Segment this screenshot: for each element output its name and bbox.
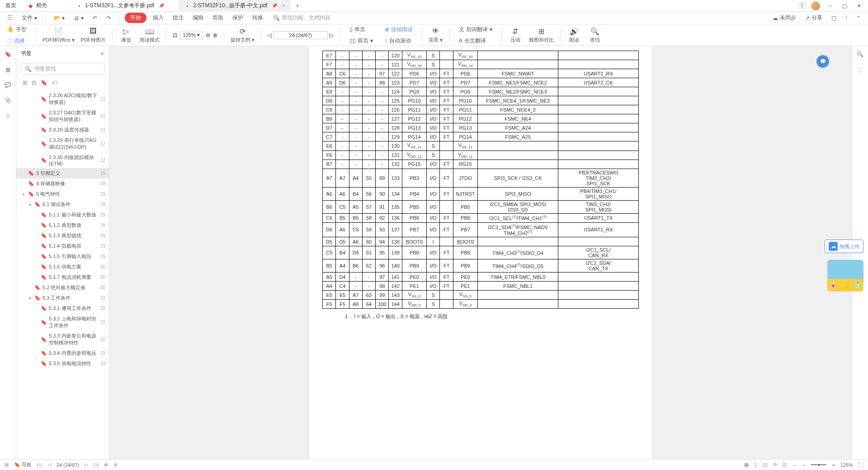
open-icon[interactable]: 📂 ▾ xyxy=(51,14,67,23)
undo-icon[interactable]: ↶ xyxy=(90,14,100,23)
zoom-select[interactable]: 125% ▾ xyxy=(180,31,203,39)
last-page-icon[interactable]: ▷| xyxy=(94,462,99,468)
maximize-button[interactable]: ▢ xyxy=(840,1,849,10)
more-icon[interactable]: ⁝ xyxy=(843,14,850,23)
fullscreen-icon[interactable]: ⛶ xyxy=(859,462,863,468)
view6-icon[interactable]: ↔ xyxy=(792,462,797,468)
shapes-panel-icon[interactable]: ◇ xyxy=(4,111,13,120)
avatar[interactable] xyxy=(811,1,820,10)
outline-item[interactable]: 🔖5.3.2 上电和掉电时的工作条件32 xyxy=(16,314,109,331)
tools-icon[interactable]: 🔍 xyxy=(856,50,865,59)
pin-icon[interactable]: 📌 xyxy=(272,3,277,8)
bookmark-panel-icon[interactable]: 🔖 xyxy=(4,50,13,59)
outline-item[interactable]: 🔖5.1.7 电流消耗测量30 xyxy=(16,272,109,282)
continuous-read[interactable]: ≣ 连续阅读 xyxy=(382,24,415,35)
remove-page-icon[interactable]: ⊖ xyxy=(113,462,118,468)
outline-item[interactable]: 🔖5.1.4 负载电容29 xyxy=(16,241,109,251)
outline-item[interactable]: 🔖2.3.30 内嵌跟踪模块(ETM)12 xyxy=(16,152,109,168)
tab-add-button[interactable]: + xyxy=(291,2,304,10)
zoom-out-icon[interactable]: ⊖ xyxy=(206,32,210,38)
full-translate[interactable]: A 全文翻译 xyxy=(456,36,495,46)
menu-page[interactable]: 页面 xyxy=(210,13,226,23)
bookmark-add-icon[interactable]: 🏷 xyxy=(52,80,57,86)
pin-icon[interactable]: 📌 xyxy=(159,3,164,8)
attachment-panel-icon[interactable]: 📎 xyxy=(4,96,13,105)
outline-item[interactable]: 🔖5.1.3 典型曲线29 xyxy=(16,230,109,241)
outline-item[interactable]: 🔖2.3.26 ADC(模拟/数字转换器)11 xyxy=(16,90,109,108)
outline-item[interactable]: 🔖4 存储器映像28 xyxy=(16,179,109,189)
notification-badge[interactable]: 2 xyxy=(798,3,806,9)
outline-item[interactable]: 🔖5.3.3 内嵌复位和电源控制模块特性32 xyxy=(16,331,109,348)
view1-icon[interactable]: ▦ xyxy=(744,462,749,468)
nav-label[interactable]: 🔖 导航 xyxy=(14,461,32,468)
view2-icon[interactable]: ▯ xyxy=(754,462,757,468)
pdf-to-image[interactable]: 🖼PDF转图片 xyxy=(81,27,106,43)
view3-icon[interactable]: ▯▯ xyxy=(762,462,768,468)
tab-daoke[interactable]: ◆稻壳 xyxy=(22,0,52,12)
thumbnail-panel-icon[interactable]: ▦ xyxy=(4,65,13,74)
promo-widget[interactable]: 🀄🌙👕 xyxy=(827,260,863,291)
upload-widget[interactable]: ☁ 拖拽上传 xyxy=(825,240,863,253)
tab-file1[interactable]: ▪1-STM32F1...文参考手册.pdf📌 xyxy=(71,0,170,12)
select-tool[interactable]: ⬚ 选择 xyxy=(5,36,29,46)
zoom-out-icon[interactable]: − xyxy=(802,462,805,468)
next-page-icon[interactable]: ▷ xyxy=(85,462,88,468)
close-button[interactable]: ✕ xyxy=(854,1,863,10)
prev-page-icon[interactable]: ◁ xyxy=(268,32,272,38)
read-aloud[interactable]: 🔊朗读 xyxy=(567,27,581,43)
outline-item[interactable]: 🔖5.3.4 内置的参照电压33 xyxy=(16,348,109,358)
outline-item[interactable]: 🔖5.2 绝对最大额定值30 xyxy=(16,282,109,293)
outline-item[interactable]: 🔖5.1.1 最小和最大数值29 xyxy=(16,210,109,220)
auto-scroll[interactable]: ↕ 自动滚动 xyxy=(382,36,415,46)
word-translate[interactable]: 文 划词翻译 ▾ xyxy=(456,24,495,35)
hand-tool[interactable]: ✋ 手型 xyxy=(5,24,29,35)
page-indicator[interactable]: 24 (24/87) xyxy=(57,462,79,468)
expand-all-icon[interactable]: ⊞ xyxy=(23,80,27,86)
bookmark-search-input[interactable]: 🔍 书签查找 xyxy=(21,63,104,75)
outline-item[interactable]: 🔖5.3.1 通用工作条件32 xyxy=(16,303,109,314)
outline-item[interactable]: 🔖3 引脚定义15 xyxy=(16,168,109,179)
zoom-in-icon[interactable]: + xyxy=(832,462,835,468)
menu-convert[interactable]: 转换 xyxy=(250,13,266,23)
outline-item[interactable]: 🔖5.1.6 供电方案30 xyxy=(16,262,109,272)
search-box[interactable]: 🔍查找功能、文档内容 xyxy=(269,13,334,23)
chevron-up-icon[interactable]: ⌃ xyxy=(854,14,863,23)
hamburger-icon[interactable]: 三 xyxy=(5,13,15,23)
menu-insert[interactable]: 插入 xyxy=(150,13,166,23)
outline-item[interactable]: 🔖5.1.5 引脚输入电压29 xyxy=(16,251,109,262)
crop-compare[interactable]: ⊞截图和对比 xyxy=(529,27,554,43)
outline-item[interactable]: 🔖5.3.5 供电电流特性33 xyxy=(16,358,109,369)
search[interactable]: 🔍查找 xyxy=(588,27,602,43)
outline-item[interactable]: 🔖2.3.27 DAC(数字至模拟信号转换器)11 xyxy=(16,108,109,125)
collapse-icon[interactable]: ▢ xyxy=(829,14,839,23)
page-input[interactable]: 24 (24/87) xyxy=(274,31,328,39)
redo-icon[interactable]: ↷ xyxy=(104,14,113,23)
play-button[interactable]: ▷播放 xyxy=(119,27,133,43)
outline-item[interactable]: 🔖5.1.2 典型数值29 xyxy=(16,220,109,230)
rotate-doc[interactable]: ⟳旋转文档 ▾ xyxy=(231,27,255,43)
view5-icon[interactable]: ⊡ xyxy=(783,462,787,468)
bookmark-icon[interactable]: 🔖 xyxy=(41,80,47,86)
chat-bubble-icon[interactable]: 💬 xyxy=(816,55,829,68)
read-mode[interactable]: 📖阅读模式 xyxy=(140,27,160,43)
tab-home[interactable]: 首页 xyxy=(0,0,22,12)
comment-panel-icon[interactable]: 💬 xyxy=(4,80,13,89)
menu-edit[interactable]: 编辑 xyxy=(190,13,206,23)
menu-protect[interactable]: 保护 xyxy=(230,13,246,23)
outline-item[interactable]: ▾🔖5 电气特性29 xyxy=(16,189,109,199)
menu-start[interactable]: 开始 xyxy=(125,13,146,23)
select-icon[interactable]: ⬚ xyxy=(856,65,865,74)
panel-icon[interactable]: ⊞ xyxy=(5,462,9,468)
print-icon[interactable]: 🖨 ▾ xyxy=(71,14,86,23)
next-page-icon[interactable]: ▷ xyxy=(330,32,334,38)
zoom-label[interactable]: 125% xyxy=(840,462,853,468)
collapse-all-icon[interactable]: ⊟ xyxy=(32,80,36,86)
sync-status[interactable]: ☁ 未同步 xyxy=(770,13,799,23)
menu-annotate[interactable]: 批注 xyxy=(170,13,186,23)
add-page-icon[interactable]: ⊕ xyxy=(104,462,108,468)
view4-icon[interactable]: ⟳ xyxy=(773,462,777,468)
outline-item[interactable]: 🔖2.3.29 串行单线JTAG调试口(SWJ-DP)12 xyxy=(16,135,109,152)
outline-item[interactable]: ▾🔖5.1 测试条件29 xyxy=(16,199,109,210)
compress[interactable]: ⇵压缩 xyxy=(508,27,523,43)
outline-item[interactable]: ▾🔖5.3 工作条件32 xyxy=(16,293,109,303)
